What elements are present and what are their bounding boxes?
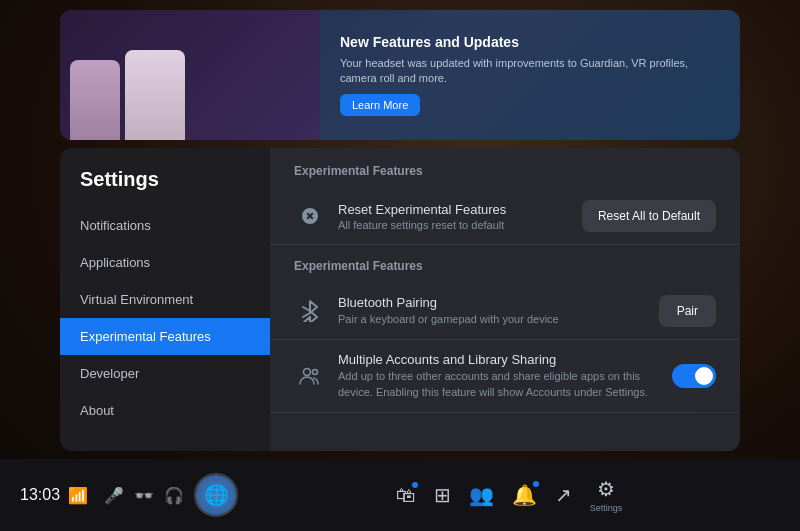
pair-button[interactable]: Pair [659,295,716,327]
bell-dot [533,481,539,487]
bluetooth-text: Bluetooth Pairing Pair a keyboard or gam… [338,295,647,327]
reset-icon [294,200,326,232]
accounts-toggle[interactable] [672,364,716,388]
sidebar-item-developer[interactable]: Developer [60,355,270,392]
taskbar-bell-icon[interactable]: 🔔 [512,483,537,507]
reset-all-button[interactable]: Reset All to Default [582,200,716,232]
taskbar-people-icon[interactable]: 👥 [469,483,494,507]
headset-icon[interactable]: 🎧 [164,486,184,505]
sidebar: Settings Notifications Applications Virt… [60,148,270,451]
bluetooth-icon [294,295,326,327]
sidebar-item-experimental-features[interactable]: Experimental Features [60,318,270,355]
accounts-subtitle: Add up to three other accounts and share… [338,369,658,400]
bluetooth-subtitle: Pair a keyboard or gamepad with your dev… [338,312,647,327]
section-header-1: Experimental Features [270,148,740,188]
banner-image [60,10,320,140]
figure-1 [70,60,120,140]
reset-experimental-row: Reset Experimental Features All feature … [270,188,740,245]
taskbar-left-icons: 🎤 👓 🎧 [104,486,184,505]
settings-label: Settings [590,503,623,513]
svg-point-0 [304,369,311,376]
sidebar-item-about[interactable]: About [60,392,270,429]
taskbar-center-icons: 🛍 ⊞ 👥 🔔 ↗ ⚙ Settings [238,477,780,513]
store-dot [412,482,418,488]
taskbar: 13:03 📶 🎤 👓 🎧 🌐 🛍 ⊞ 👥 🔔 ↗ ⚙ Settings [0,459,800,531]
banner-figures [70,50,185,140]
svg-point-1 [313,370,318,375]
sidebar-item-notifications[interactable]: Notifications [60,207,270,244]
taskbar-share-icon[interactable]: ↗ [555,483,572,507]
home-button[interactable]: 🌐 [194,473,238,517]
learn-more-button[interactable]: Learn More [340,94,420,116]
update-banner: New Features and Updates Your headset wa… [60,10,740,140]
settings-panel: Settings Notifications Applications Virt… [60,148,740,451]
reset-text: Reset Experimental Features All feature … [338,202,570,231]
toggle-knob [695,367,713,385]
content-area: Experimental Features Reset Experimental… [270,148,740,451]
accounts-title: Multiple Accounts and Library Sharing [338,352,660,367]
wifi-icon: 📶 [68,486,88,505]
bluetooth-pairing-row: Bluetooth Pairing Pair a keyboard or gam… [270,283,740,340]
reset-title: Reset Experimental Features [338,202,570,217]
section-header-2: Experimental Features [270,245,740,283]
sidebar-item-applications[interactable]: Applications [60,244,270,281]
home-icon: 🌐 [196,475,236,515]
reset-subtitle: All feature settings reset to default [338,219,570,231]
figure-2 [125,50,185,140]
banner-content: New Features and Updates Your headset wa… [320,19,740,132]
taskbar-store-icon[interactable]: 🛍 [396,484,416,507]
glasses-icon[interactable]: 👓 [134,486,154,505]
mic-icon[interactable]: 🎤 [104,486,124,505]
banner-title: New Features and Updates [340,34,720,50]
taskbar-grid-icon[interactable]: ⊞ [434,483,451,507]
multiple-accounts-row: Multiple Accounts and Library Sharing Ad… [270,340,740,413]
accounts-text: Multiple Accounts and Library Sharing Ad… [338,352,660,400]
taskbar-time: 13:03 [20,486,60,504]
sidebar-title: Settings [60,168,270,207]
sidebar-item-virtual-environment[interactable]: Virtual Environment [60,281,270,318]
bluetooth-title: Bluetooth Pairing [338,295,647,310]
banner-description: Your headset was updated with improvemen… [340,56,720,87]
accounts-icon [294,360,326,392]
taskbar-settings-icon[interactable]: ⚙ Settings [590,477,623,513]
